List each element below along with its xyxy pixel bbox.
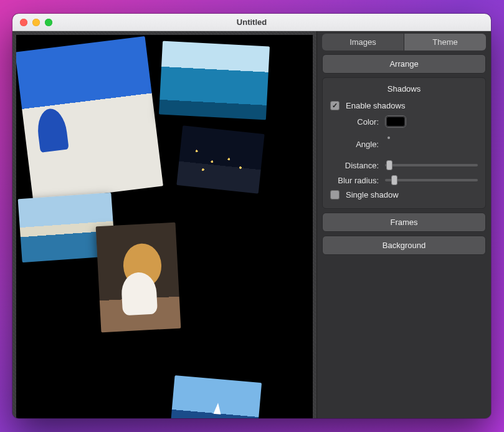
color-label: Color: <box>330 117 379 127</box>
canvas-area <box>12 31 316 418</box>
single-shadow-checkbox[interactable] <box>330 190 340 199</box>
collage-canvas[interactable] <box>16 35 313 418</box>
inspector-tabs: Images Theme <box>322 34 486 50</box>
tab-theme[interactable]: Theme <box>404 34 486 50</box>
arrange-button[interactable]: Arrange <box>322 54 486 74</box>
distance-slider[interactable] <box>385 160 478 170</box>
background-button[interactable]: Background <box>322 236 486 255</box>
enable-shadows-label: Enable shadows <box>346 101 405 110</box>
blur-slider[interactable] <box>385 175 478 185</box>
traffic-lights <box>12 19 52 26</box>
distance-label: Distance: <box>330 161 379 170</box>
photo-ice-cream-cone[interactable] <box>96 223 181 332</box>
frames-button[interactable]: Frames <box>322 213 486 232</box>
minimize-icon[interactable] <box>32 19 40 26</box>
shadows-title: Shadows <box>330 84 478 94</box>
app-window: Untitled Images Theme Arrange Shadows En… <box>12 14 491 418</box>
photo-coast-aerial[interactable] <box>159 41 270 120</box>
shadow-color-well[interactable] <box>385 115 406 128</box>
window-title: Untitled <box>12 17 491 27</box>
photo-santorini-domes[interactable] <box>16 36 163 202</box>
angle-label: Angle: <box>330 140 379 149</box>
shadows-section: Shadows Enable shadows Color: Angle: Dis… <box>322 77 486 209</box>
photo-night-city[interactable] <box>176 125 264 193</box>
photo-sailboat[interactable] <box>169 375 262 418</box>
close-icon[interactable] <box>20 19 27 26</box>
single-shadow-label: Single shadow <box>346 190 399 199</box>
titlebar: Untitled <box>12 14 491 31</box>
zoom-icon[interactable] <box>45 19 52 26</box>
blur-label: Blur radius: <box>330 176 379 185</box>
inspector-panel: Images Theme Arrange Shadows Enable shad… <box>316 31 491 418</box>
tab-images[interactable]: Images <box>322 34 404 50</box>
window-body: Images Theme Arrange Shadows Enable shad… <box>12 31 491 418</box>
enable-shadows-checkbox[interactable] <box>330 101 340 110</box>
